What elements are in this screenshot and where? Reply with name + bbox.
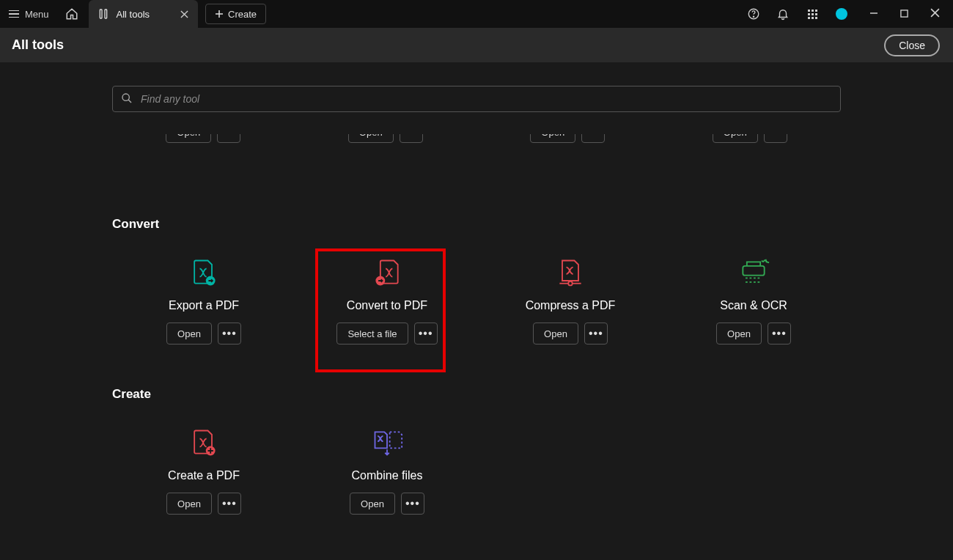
menu-button[interactable]: Menu (0, 0, 58, 28)
close-label: Close (899, 40, 925, 51)
more-icon: ••• (419, 327, 433, 340)
close-icon (930, 8, 940, 18)
svg-rect-1 (105, 10, 107, 18)
more-button[interactable]: ••• (218, 323, 241, 345)
search-container (112, 86, 841, 112)
open-button[interactable]: Open (166, 493, 212, 515)
open-button[interactable]: Open (350, 493, 395, 515)
maximize-icon (900, 10, 908, 18)
apps-icon (808, 10, 817, 19)
section-convert: Convert Export a PDF Open ••• (112, 217, 841, 352)
more-button[interactable]: ••• (584, 323, 608, 345)
tool-label: Export a PDF (169, 299, 239, 312)
subheader: All tools Close (0, 28, 953, 62)
page-title: All tools (12, 37, 64, 53)
svg-rect-9 (743, 266, 764, 276)
more-icon: ••• (589, 327, 603, 340)
tab-label: All tools (117, 9, 150, 20)
more-icon: ••• (405, 497, 420, 510)
tool-edit-pdf[interactable]: Edit a PDF Open ••• (112, 134, 295, 143)
tool-label: Combine files (352, 469, 423, 482)
tools-icon (97, 8, 109, 20)
svg-point-5 (122, 94, 129, 100)
tool-create-pdf[interactable]: Create a PDF Open ••• (112, 418, 295, 522)
home-icon (65, 7, 78, 21)
svg-point-8 (568, 281, 573, 286)
section-title: Create (112, 387, 841, 402)
more-button[interactable]: ••• (217, 134, 240, 143)
tool-label: Compress a PDF (526, 299, 616, 312)
tool-prepare-form[interactable]: Prepare a form Open ••• (659, 134, 842, 143)
more-button[interactable]: ••• (581, 134, 605, 143)
more-button[interactable]: ••• (768, 323, 791, 345)
export-pdf-icon (188, 255, 220, 290)
tool-label: Scan & OCR (720, 299, 787, 312)
svg-rect-4 (901, 10, 908, 17)
more-icon: ••• (221, 134, 236, 139)
bell-icon (776, 7, 790, 21)
more-icon: ••• (404, 134, 419, 139)
notifications-button[interactable] (776, 7, 790, 21)
more-button[interactable]: ••• (401, 493, 424, 515)
open-button[interactable]: Open (166, 134, 211, 143)
minimize-button[interactable] (869, 8, 878, 20)
more-button[interactable]: ••• (414, 323, 438, 345)
minimize-icon (869, 9, 878, 18)
open-button[interactable]: Open (713, 134, 758, 143)
more-icon: ••• (586, 134, 600, 139)
search-icon (121, 92, 133, 107)
help-icon (747, 7, 760, 21)
close-icon (180, 10, 188, 18)
more-button[interactable]: ••• (764, 134, 787, 143)
tab-close-button[interactable] (179, 9, 189, 19)
tool-organize-pages[interactable]: Organize pages Open ••• (295, 134, 477, 143)
tool-label: Create a PDF (168, 469, 240, 482)
tab-all-tools[interactable]: All tools (89, 0, 199, 28)
more-icon: ••• (222, 497, 237, 510)
open-button[interactable]: Open (716, 323, 762, 345)
svg-point-3 (753, 16, 754, 17)
open-button[interactable]: Open (530, 134, 575, 143)
help-button[interactable] (746, 7, 761, 21)
titlebar: Menu All tools Create (0, 0, 953, 28)
tool-combine-files[interactable]: Combine files Open ••• (295, 418, 479, 522)
more-icon: ••• (768, 134, 783, 139)
content-area: Edit a PDF Open ••• Organize pages Open … (0, 86, 953, 522)
more-button[interactable]: ••• (400, 134, 423, 143)
account-button[interactable] (834, 7, 849, 21)
create-button[interactable]: Create (205, 4, 266, 24)
menu-label: Menu (25, 9, 49, 20)
more-button[interactable]: ••• (218, 493, 241, 515)
compress-pdf-icon (554, 255, 586, 290)
open-button[interactable]: Open (533, 323, 578, 345)
scan-ocr-icon (736, 255, 771, 290)
tool-add-rich-media[interactable]: Add rich media Open ••• (476, 134, 659, 143)
avatar-icon (836, 8, 847, 20)
section-create: Create Create a PDF Open ••• (112, 387, 841, 522)
home-button[interactable] (58, 0, 86, 28)
close-window-button[interactable] (930, 8, 940, 20)
open-button[interactable]: Open (166, 323, 212, 345)
more-icon: ••• (222, 327, 237, 340)
window-controls (856, 8, 953, 20)
close-page-button[interactable]: Close (884, 34, 940, 56)
tool-export-pdf[interactable]: Export a PDF Open ••• (112, 248, 295, 352)
partial-tool-row: Edit a PDF Open ••• Organize pages Open … (112, 134, 841, 182)
tool-compress-pdf[interactable]: Compress a PDF Open ••• (479, 248, 662, 352)
hamburger-icon (9, 10, 19, 18)
create-pdf-icon (188, 425, 220, 460)
section-title: Convert (112, 217, 841, 232)
apps-button[interactable] (805, 7, 820, 21)
titlebar-actions (746, 0, 856, 28)
svg-rect-0 (100, 10, 102, 18)
open-button[interactable]: Open (348, 134, 394, 143)
tool-scan-ocr[interactable]: Scan & OCR Open ••• (662, 248, 845, 352)
tool-convert-to-pdf[interactable]: Convert to PDF Select a file ••• (295, 248, 479, 352)
more-icon: ••• (772, 327, 787, 340)
convert-pdf-icon (371, 255, 403, 290)
select-file-button[interactable]: Select a file (336, 323, 408, 345)
maximize-button[interactable] (900, 8, 908, 20)
create-label: Create (228, 9, 257, 20)
search-input[interactable] (112, 86, 841, 112)
combine-files-icon (369, 425, 405, 460)
